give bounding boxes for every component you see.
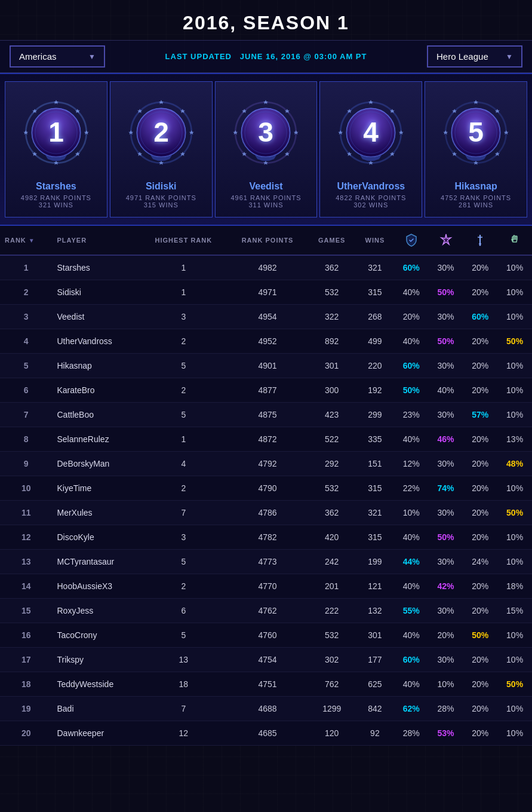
cell-games: 762 — [307, 672, 355, 697]
table-row[interactable]: 4 UtherVandross 2 4952 892 499 40% 50% 2… — [0, 329, 532, 354]
cell-c3: 50% — [463, 623, 497, 648]
cell-games: 423 — [307, 403, 355, 427]
cell-wins: 301 — [356, 623, 394, 648]
wins-2: 315 WINS — [144, 201, 179, 209]
cell-c4: 10% — [497, 697, 532, 721]
cell-c3: 20% — [463, 525, 497, 550]
rank-card-4: 4 UtherVandross 4822 RANK POINTS 302 WIN… — [319, 81, 422, 217]
rank-points-2: 4971 RANK POINTS — [126, 194, 196, 201]
cell-highest-rank: 3 — [140, 525, 227, 550]
cell-c4: 10% — [497, 648, 532, 672]
table-row[interactable]: 2 Sidiski 1 4971 532 315 40% 50% 20% 10% — [0, 280, 532, 305]
col-icon1 — [394, 226, 429, 255]
cell-rank: 5 — [0, 354, 52, 378]
cell-highest-rank: 1 — [140, 427, 227, 452]
cell-games: 362 — [307, 255, 355, 280]
table-row[interactable]: 13 MCTyrantasaur 5 4773 242 199 44% 30% … — [0, 550, 532, 574]
wins-4: 302 WINS — [353, 201, 388, 209]
table-row[interactable]: 15 RoxyJess 6 4762 222 132 55% 30% 20% 1… — [0, 599, 532, 623]
cell-c2: 46% — [429, 427, 463, 452]
cell-c2: 30% — [429, 501, 463, 525]
cell-c3: 60% — [463, 305, 497, 329]
last-updated-label: LAST UPDATED — [165, 52, 232, 61]
sort-icon: ▼ — [29, 237, 35, 244]
table-row[interactable]: 12 DiscoKyle 3 4782 420 315 40% 50% 20% … — [0, 525, 532, 550]
cell-wins: 499 — [356, 329, 394, 354]
table-body: 1 Starshes 1 4982 362 321 60% 30% 20% 10… — [0, 255, 532, 746]
cell-rank-points: 4952 — [227, 329, 308, 354]
cell-c1: 40% — [394, 427, 429, 452]
cell-c4: 50% — [497, 501, 532, 525]
table-row[interactable]: 3 Veedist 3 4954 322 268 20% 30% 60% 10% — [0, 305, 532, 329]
league-dropdown[interactable]: Hero League ▼ — [427, 45, 522, 68]
svg-text:2: 2 — [153, 117, 169, 148]
cell-c4: 48% — [497, 452, 532, 476]
cell-c1: 23% — [394, 403, 429, 427]
table-row[interactable]: 20 Dawnkeeper 12 4685 120 92 28% 53% 20%… — [0, 721, 532, 746]
cell-rank: 2 — [0, 280, 52, 305]
cell-highest-rank: 5 — [140, 623, 227, 648]
cell-c4: 10% — [497, 403, 532, 427]
cell-c3: 20% — [463, 329, 497, 354]
table-row[interactable]: 19 Badi 7 4688 1299 842 62% 28% 20% 10% — [0, 697, 532, 721]
cell-player: MCTyrantasaur — [52, 550, 140, 574]
cell-rank-points: 4786 — [227, 501, 308, 525]
cell-rank-points: 4790 — [227, 476, 308, 501]
svg-marker-1 — [54, 100, 59, 104]
top5-container: 1 Starshes 4982 RANK POINTS 321 WINS — [0, 73, 532, 226]
cell-highest-rank: 1 — [140, 255, 227, 280]
table-row[interactable]: 8 SelanneRulez 1 4872 522 335 40% 46% 20… — [0, 427, 532, 452]
table-row[interactable]: 10 KiyeTime 2 4790 532 315 22% 74% 20% 1… — [0, 476, 532, 501]
cell-highest-rank: 2 — [140, 329, 227, 354]
player-name-3: Veedist — [249, 181, 282, 192]
cell-player: HoobAussieX3 — [52, 574, 140, 599]
table-row[interactable]: 14 HoobAussieX3 2 4770 201 121 40% 42% 2… — [0, 574, 532, 599]
table-row[interactable]: 17 Trikspy 13 4754 302 177 60% 30% 20% 1… — [0, 648, 532, 672]
cell-c3: 20% — [463, 452, 497, 476]
svg-marker-5 — [54, 161, 59, 165]
cell-rank: 10 — [0, 476, 52, 501]
table-row[interactable]: 11 MerXules 7 4786 362 321 10% 30% 20% 5… — [0, 501, 532, 525]
cell-c2: 30% — [429, 305, 463, 329]
cell-wins: 151 — [356, 452, 394, 476]
table-row[interactable]: 9 DeBorskyMan 4 4792 292 151 12% 30% 20%… — [0, 452, 532, 476]
cell-c3: 20% — [463, 501, 497, 525]
table-row[interactable]: 7 CattleBoo 5 4875 423 299 23% 30% 57% 1… — [0, 403, 532, 427]
cell-c3: 20% — [463, 599, 497, 623]
last-updated-value: JUNE 16, 2016 @ 03:00 AM PT — [240, 52, 367, 61]
table-row[interactable]: 1 Starshes 1 4982 362 321 60% 30% 20% 10… — [0, 255, 532, 280]
cell-wins: 315 — [356, 280, 394, 305]
cell-c2: 30% — [429, 452, 463, 476]
cell-rank: 13 — [0, 550, 52, 574]
table-row[interactable]: 6 KarateBro 2 4877 300 192 50% 40% 20% 1… — [0, 378, 532, 403]
cell-wins: 199 — [356, 550, 394, 574]
cell-games: 420 — [307, 525, 355, 550]
cell-wins: 92 — [356, 721, 394, 746]
region-dropdown[interactable]: Americas ▼ — [10, 45, 105, 68]
cell-rank-points: 4770 — [227, 574, 308, 599]
rank-card-3: 3 Veedist 4961 RANK POINTS 311 WINS — [215, 81, 318, 217]
table-row[interactable]: 16 TacoCrony 5 4760 532 301 40% 20% 50% … — [0, 623, 532, 648]
cell-wins: 321 — [356, 255, 394, 280]
cell-c4: 13% — [497, 427, 532, 452]
cell-player: SelanneRulez — [52, 427, 140, 452]
rank-points-3: 4961 RANK POINTS — [230, 194, 301, 201]
cell-c1: 40% — [394, 623, 429, 648]
cell-c2: 30% — [429, 403, 463, 427]
table-row[interactable]: 18 TeddyWestside 18 4751 762 625 40% 10%… — [0, 672, 532, 697]
col-rank[interactable]: RANK ▼ — [0, 226, 52, 255]
col-wins: WINS — [356, 226, 394, 255]
player-name-2: Sidiski — [146, 181, 177, 192]
cell-player: Sidiski — [52, 280, 140, 305]
table-row[interactable]: 5 Hikasnap 5 4901 301 220 60% 30% 20% 10… — [0, 354, 532, 378]
cell-player: Hikasnap — [52, 354, 140, 378]
cell-c3: 57% — [463, 403, 497, 427]
cell-wins: 625 — [356, 672, 394, 697]
cell-games: 242 — [307, 550, 355, 574]
cell-highest-rank: 3 — [140, 305, 227, 329]
cell-c1: 22% — [394, 476, 429, 501]
cell-c2: 50% — [429, 280, 463, 305]
cell-c4: 10% — [497, 354, 532, 378]
col-games: GAMES — [307, 226, 355, 255]
cell-highest-rank: 13 — [140, 648, 227, 672]
